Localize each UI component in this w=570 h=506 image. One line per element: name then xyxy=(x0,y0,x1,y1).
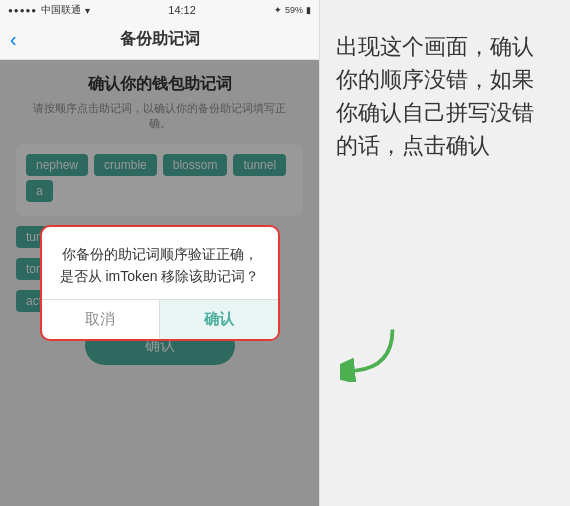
back-button[interactable]: ‹ xyxy=(10,28,17,51)
battery-icon: ▮ xyxy=(306,5,311,15)
dialog-cancel-button[interactable]: 取消 xyxy=(42,300,161,339)
dialog-confirm-button[interactable]: 确认 xyxy=(160,300,278,339)
nav-title: 备份助记词 xyxy=(120,29,200,50)
carrier-name: 中国联通 xyxy=(41,3,81,17)
green-arrow-icon xyxy=(340,322,400,382)
bluetooth-icon: ✦ xyxy=(274,5,282,15)
wifi-icon: ▾ xyxy=(85,5,90,16)
signal-dots: ●●●●● xyxy=(8,6,37,15)
content-area: 确认你的钱包助记词 请按顺序点击助记词，以确认你的备份助记词填写正确。 neph… xyxy=(0,60,319,506)
dialog-box: 你备份的助记词顺序验证正确，是否从 imToken 移除该助记词？ 取消 确认 xyxy=(40,225,280,342)
annotation-text: 出现这个画面，确认你的顺序没错，如果你确认自己拼写没错的话，点击确认 xyxy=(336,30,554,162)
status-bar: ●●●●● 中国联通 ▾ 14:12 ✦ 59% ▮ xyxy=(0,0,319,20)
nav-bar: ‹ 备份助记词 xyxy=(0,20,319,60)
dialog-message: 你备份的助记词顺序验证正确，是否从 imToken 移除该助记词？ xyxy=(42,227,278,300)
dialog-overlay: 你备份的助记词顺序验证正确，是否从 imToken 移除该助记词？ 取消 确认 xyxy=(0,60,319,506)
phone-frame: ●●●●● 中国联通 ▾ 14:12 ✦ 59% ▮ ‹ 备份助记词 确认你的钱… xyxy=(0,0,320,506)
status-left: ●●●●● 中国联通 ▾ xyxy=(8,3,90,17)
battery-level: 59% xyxy=(285,5,303,15)
status-time: 14:12 xyxy=(168,4,196,16)
status-right: ✦ 59% ▮ xyxy=(274,5,311,15)
arrow-container xyxy=(340,322,400,386)
dialog-buttons: 取消 确认 xyxy=(42,299,278,339)
annotation-panel: 出现这个画面，确认你的顺序没错，如果你确认自己拼写没错的话，点击确认 xyxy=(320,0,570,506)
